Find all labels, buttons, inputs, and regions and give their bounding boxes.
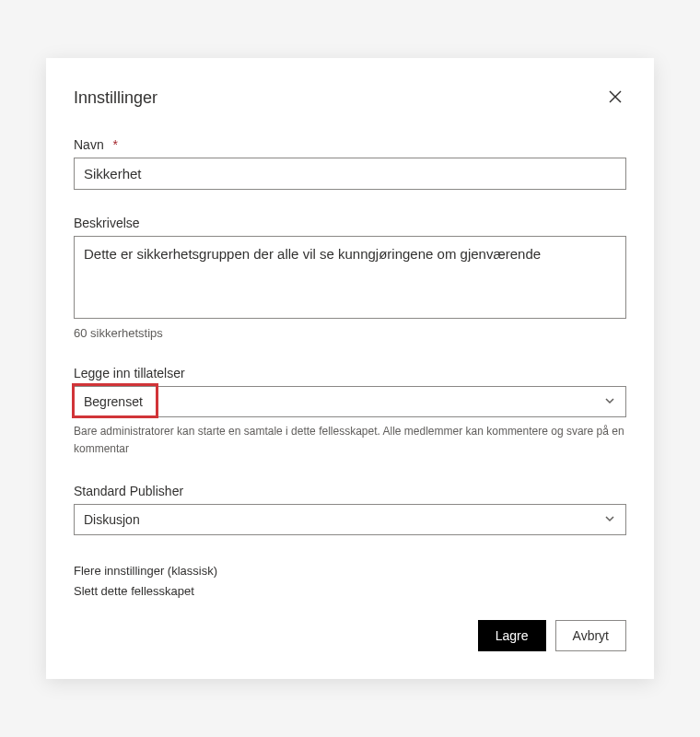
close-icon — [608, 89, 623, 108]
publisher-selected-value: Diskusjon — [84, 512, 140, 527]
permissions-field-group: Legge inn tillatelser Begrenset Bare adm… — [74, 366, 626, 458]
publisher-select-wrapper: Diskusjon — [74, 504, 626, 535]
publisher-select[interactable]: Diskusjon — [74, 504, 626, 535]
dialog-title: Innstillinger — [74, 88, 158, 108]
link-list: Flere innstillinger (klassisk) Slett det… — [74, 561, 626, 602]
name-label-text: Navn — [74, 137, 104, 152]
close-button[interactable] — [604, 86, 626, 111]
delete-community-link[interactable]: Slett dette fellesskapet — [74, 581, 626, 602]
permissions-label: Legge inn tillatelser — [74, 366, 626, 380]
description-textarea[interactable] — [74, 236, 626, 319]
publisher-label: Standard Publisher — [74, 484, 626, 498]
more-settings-link[interactable]: Flere innstillinger (klassisk) — [74, 561, 626, 581]
button-row: Lagre Avbryt — [74, 620, 626, 651]
name-label: Navn * — [74, 137, 626, 152]
name-field-group: Navn * — [74, 137, 626, 190]
permissions-help-text: Bare administratorer kan starte en samta… — [74, 423, 626, 458]
name-input[interactable] — [74, 158, 626, 190]
publisher-field-group: Standard Publisher Diskusjon — [74, 484, 626, 535]
char-count-suffix: sikkerhetstips — [90, 326, 163, 340]
description-field-group: Beskrivelse 60 sikkerhetstips — [74, 216, 626, 340]
permissions-selected-value: Begrenset — [84, 394, 143, 409]
required-asterisk: * — [113, 137, 118, 152]
char-count-number: 60 — [74, 326, 87, 340]
description-label: Beskrivelse — [74, 216, 626, 230]
save-button[interactable]: Lagre — [478, 620, 546, 651]
dialog-header: Innstillinger — [74, 86, 626, 111]
cancel-button[interactable]: Avbryt — [555, 620, 626, 651]
permissions-select-wrapper: Begrenset — [74, 386, 626, 417]
char-count: 60 sikkerhetstips — [74, 326, 626, 340]
permissions-select[interactable]: Begrenset — [74, 386, 626, 417]
settings-dialog: Innstillinger Navn * Beskrivelse 60 sikk… — [46, 58, 654, 680]
